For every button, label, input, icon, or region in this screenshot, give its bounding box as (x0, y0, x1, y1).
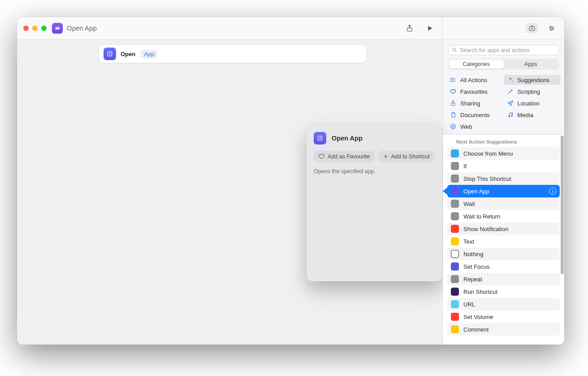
action-row-label: Text (463, 238, 474, 245)
cat-location[interactable]: Location (504, 98, 561, 108)
action-row-icon (451, 237, 459, 245)
list-icon (450, 76, 457, 83)
location-icon (507, 100, 514, 107)
sidebar-toolbar (443, 17, 564, 39)
action-row[interactable]: Stop This Shortcut (447, 172, 560, 185)
action-row-icon (451, 225, 459, 233)
action-row[interactable]: Set Volume (447, 310, 560, 323)
action-row-icon (451, 162, 459, 170)
action-row-icon (451, 149, 459, 157)
editor-toolbar: Open App (17, 17, 442, 39)
action-row[interactable]: Set Focus (447, 260, 560, 273)
category-grid: All Actions Suggestions Favourites Scrip… (443, 70, 564, 134)
action-row-label: Set Focus (463, 263, 490, 270)
svg-point-14 (451, 124, 456, 129)
cat-all-actions[interactable]: All Actions (446, 75, 504, 85)
action-param-app[interactable]: App (141, 50, 157, 58)
sparkle-icon (507, 76, 514, 83)
action-label: Open (121, 51, 135, 57)
action-row-label: Nothing (463, 251, 484, 258)
cat-web[interactable]: Web (446, 122, 504, 131)
info-icon[interactable]: i (549, 188, 556, 195)
action-row-icon (451, 212, 459, 220)
svg-point-6 (550, 29, 552, 31)
seg-categories[interactable]: Categories (449, 60, 504, 69)
add-favourite-button[interactable]: Add as Favourite (314, 151, 375, 162)
settings-tab-button[interactable] (546, 23, 558, 33)
action-row-icon (451, 187, 459, 195)
popover-description: Opens the specified app. (314, 168, 435, 175)
add-favourite-label: Add as Favourite (328, 153, 370, 160)
action-row[interactable]: Repeat (447, 273, 560, 285)
shortcut-title[interactable]: Open App (67, 24, 97, 32)
shortcut-icon[interactable] (52, 23, 63, 34)
action-row-icon (451, 262, 459, 271)
action-row[interactable]: Text (447, 235, 560, 248)
search-placeholder: Search for apps and actions (460, 47, 530, 53)
action-row[interactable]: Nothing (447, 248, 560, 260)
svg-point-10 (451, 81, 451, 82)
popover-title: Open App (332, 135, 363, 142)
zoom-window-button[interactable] (41, 26, 47, 31)
action-row-icon (451, 250, 459, 258)
action-row-label: Wait to Return (463, 213, 501, 220)
cat-favourites[interactable]: Favourites (446, 87, 504, 96)
action-row[interactable]: Run Shortcut (447, 285, 560, 298)
seg-apps[interactable]: Apps (504, 60, 558, 69)
share-icon (450, 100, 457, 107)
action-row[interactable]: Wait (447, 197, 560, 210)
action-row-icon (451, 325, 459, 333)
cat-sharing[interactable]: Sharing (446, 98, 504, 108)
library-segmented-control[interactable]: Categories Apps (448, 59, 559, 70)
action-row-icon (451, 300, 459, 308)
wand-icon (507, 88, 514, 95)
search-input[interactable]: Search for apps and actions (448, 45, 559, 55)
heart-icon (450, 88, 457, 95)
cat-suggestions[interactable]: Suggestions (504, 75, 561, 85)
action-row[interactable]: Wait to Return (447, 210, 560, 223)
shortcut-editor-window: Open App Open App (17, 17, 564, 345)
action-row-icon (451, 275, 459, 283)
editor-canvas[interactable]: Open App Open App Add as Favourite (17, 39, 442, 345)
close-window-button[interactable] (23, 26, 29, 31)
svg-point-4 (550, 26, 551, 27)
music-icon (507, 111, 514, 118)
run-button[interactable] (422, 22, 438, 35)
action-row[interactable]: Show Notification (447, 223, 560, 235)
safari-icon (450, 123, 457, 130)
action-row[interactable]: Choose from Menu (447, 147, 560, 160)
open-app-icon (104, 48, 116, 60)
svg-point-5 (552, 27, 553, 29)
cat-documents[interactable]: Documents (446, 110, 504, 120)
action-row-icon (451, 175, 459, 183)
action-row-label: URL (463, 301, 475, 308)
action-list: Next Action Suggestions Choose from Menu… (443, 134, 564, 345)
action-row-label: Show Notification (463, 226, 508, 232)
action-row-label: Wait (463, 201, 475, 207)
action-row-label: Choose from Menu (463, 150, 513, 157)
svg-point-8 (451, 78, 451, 79)
svg-point-13 (511, 115, 512, 116)
list-heading: Next Action Suggestions (443, 135, 564, 147)
share-button[interactable] (402, 22, 418, 35)
action-open-app[interactable]: Open App (99, 45, 367, 63)
action-row-label: If (463, 163, 467, 170)
scrollbar[interactable] (561, 136, 564, 274)
action-row-label: Stop This Shortcut (463, 175, 511, 182)
action-row-label: Set Volume (463, 314, 493, 320)
cat-media[interactable]: Media (504, 110, 561, 120)
action-row-label: Run Shortcut (463, 289, 497, 295)
cat-scripting[interactable]: Scripting (504, 87, 561, 96)
svg-point-7 (453, 48, 456, 51)
svg-point-9 (451, 79, 451, 80)
action-row[interactable]: URL (447, 298, 560, 310)
main-pane: Open App Open App (17, 17, 442, 345)
library-tab-button[interactable] (526, 23, 538, 33)
action-row[interactable]: If (447, 160, 560, 172)
action-row[interactable]: Open Appi (447, 185, 560, 197)
minimize-window-button[interactable] (32, 26, 38, 31)
action-row[interactable]: Comment (447, 323, 560, 336)
add-to-shortcut-button[interactable]: Add to Shortcut (378, 151, 434, 162)
action-row-icon (451, 313, 459, 321)
action-row-icon (451, 288, 459, 296)
